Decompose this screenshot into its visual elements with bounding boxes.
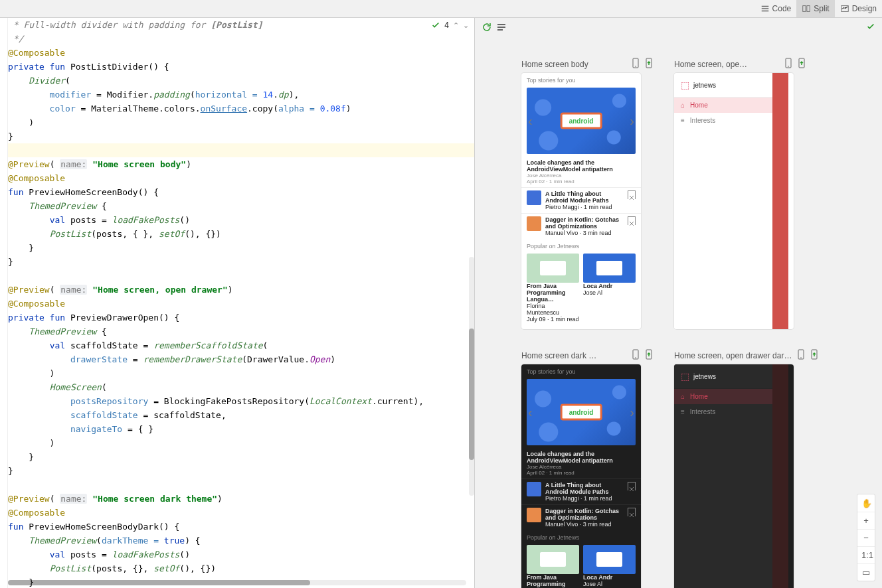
next-issue-icon[interactable]: ⌄ [463,21,469,30]
drawer-backdrop [772,73,788,329]
device-picker-icon[interactable] [630,349,641,362]
brand-logo-icon: ⬚ [681,371,689,382]
drawer-brand: ⬚jetnews [674,364,772,389]
card-image [527,545,579,574]
card-image [583,545,636,574]
refresh-icon[interactable] [482,22,492,33]
article-row: A Little Thing about Android Module Path… [521,478,641,504]
editor-v-scrollbar[interactable] [469,257,474,496]
hero-image: ‹ android › [527,379,636,445]
zoom-reset-button[interactable]: 1:1 [857,546,875,563]
featured-article: Locale changes and the AndroidViewModel … [521,157,641,187]
zoom-out-button[interactable]: − [857,529,875,546]
nav-drawer: ⬚jetnews ⌂Home ≡Interests [674,364,772,588]
check-icon [431,21,440,30]
nav-drawer: ⬚jetnews ⌂Home ≡Interests [674,73,772,329]
code-area[interactable]: * Full-width divider with padding for [P… [8,18,474,588]
pan-button[interactable]: ✋ [857,494,875,512]
section-title: Top stories for you [521,364,641,376]
preview-device: Top stories for you ‹ android › Locale c… [521,364,641,588]
svg-point-10 [788,66,789,67]
code-lines-icon [760,4,770,13]
svg-point-13 [635,357,636,358]
code-editor[interactable]: * Full-width divider with padding for [P… [0,18,475,588]
svg-point-16 [801,357,802,358]
bookmark-icon [628,216,636,225]
zoom-panel: ✋ + − 1:1 ▭ [857,494,875,581]
preview-title: Home screen, open drawer dar… [674,351,792,360]
preview-header: Home screen body [521,58,654,70]
code-view-tab[interactable]: Code [755,0,797,17]
compose-preview-panel: Home screen body Top stories for you ‹ a… [475,18,882,588]
featured-article: Locale changes and the AndroidViewModel … [521,448,641,478]
svg-rect-5 [497,29,503,31]
editor-h-scrollbar[interactable] [8,580,466,585]
prev-issue-icon[interactable]: ⌃ [453,21,459,30]
preview-settings-icon[interactable] [496,22,507,33]
preview-cell: Home screen body Top stories for you ‹ a… [521,58,654,329]
view-mode-tabs: Code Split Design [0,0,882,18]
article-row: A Little Thing about Android Module Path… [521,187,641,213]
hero-badge: android [561,113,602,129]
svg-rect-3 [497,24,505,25]
popular-card: Loca Andr Jose Al [583,254,636,323]
hero-prev-icon: ‹ [528,113,533,129]
split-view-tab[interactable]: Split [796,0,834,17]
preview-header: Home screen, ope… [674,58,807,70]
status-ok-icon [866,22,875,31]
article-thumb [527,508,541,522]
preview-title: Home screen, ope… [674,60,747,69]
drawer-brand: ⬚jetnews [674,73,772,98]
bookmark-icon [628,482,636,490]
device-picker-icon[interactable] [630,58,641,70]
deploy-preview-icon[interactable] [644,349,654,362]
preview-cell: Home screen, ope… ⬚jetnews ⌂Home ≡Intere… [674,58,807,329]
code-view-label: Code [772,4,792,13]
article-row: Dagger in Kotlin: Gotchas and Optimizati… [521,213,641,239]
device-picker-icon[interactable] [796,349,806,362]
svg-rect-1 [807,6,810,12]
preview-title: Home screen body [521,60,588,69]
preview-header: Home screen dark … [521,349,654,362]
article-thumb [527,190,541,205]
bookmark-icon [628,508,636,516]
device-picker-icon[interactable] [783,58,794,70]
deploy-preview-icon[interactable] [644,58,654,70]
popular-card: From Java Programming Langua… Florina Mu… [527,545,579,588]
design-view-label: Design [852,4,877,13]
zoom-in-button[interactable]: + [857,512,875,529]
popular-card: From Java Programming Langua… Florina Mu… [527,254,579,323]
hero-next-icon: › [630,405,634,420]
editor-inspections-bar: 4 ⌃ ⌄ [431,21,469,30]
design-icon [840,4,849,13]
drawer-item: ≡Interests [674,404,772,419]
preview-device: ⬚jetnews ⌂Home ≡Interests [674,73,794,329]
preview-device: Top stories for you ‹ android › Locale c… [521,73,641,329]
preview-device: ⬚jetnews ⌂Home ≡Interests [674,364,794,588]
gutter [0,18,8,588]
list-icon: ≡ [681,408,685,415]
section-title: Popular on Jetnews [521,239,641,251]
home-icon: ⌂ [681,393,685,400]
article-row: Dagger in Kotlin: Gotchas and Optimizati… [521,504,641,530]
svg-rect-4 [497,27,505,28]
design-view-tab[interactable]: Design [835,0,882,17]
deploy-preview-icon[interactable] [809,349,820,362]
hero-prev-icon: ‹ [528,405,533,420]
brand-logo-icon: ⬚ [681,80,689,90]
deploy-preview-icon[interactable] [796,58,807,70]
hero-image: ‹ android › [527,88,636,154]
drawer-backdrop [772,364,788,588]
split-icon [802,4,811,13]
section-title: Popular on Jetnews [521,530,641,542]
popular-card: Loca Andr Jose Al [583,545,636,588]
preview-cell: Home screen, open drawer dar… ⬚jetnews ⌂… [674,349,807,588]
home-icon: ⌂ [681,102,685,109]
split-view-label: Split [814,4,829,13]
svg-rect-0 [803,6,806,12]
zoom-fit-button[interactable]: ▭ [857,563,875,581]
bookmark-icon [628,190,636,199]
issues-count: 4 [444,21,449,30]
drawer-item: ≡Interests [674,113,772,128]
card-image [527,254,579,283]
